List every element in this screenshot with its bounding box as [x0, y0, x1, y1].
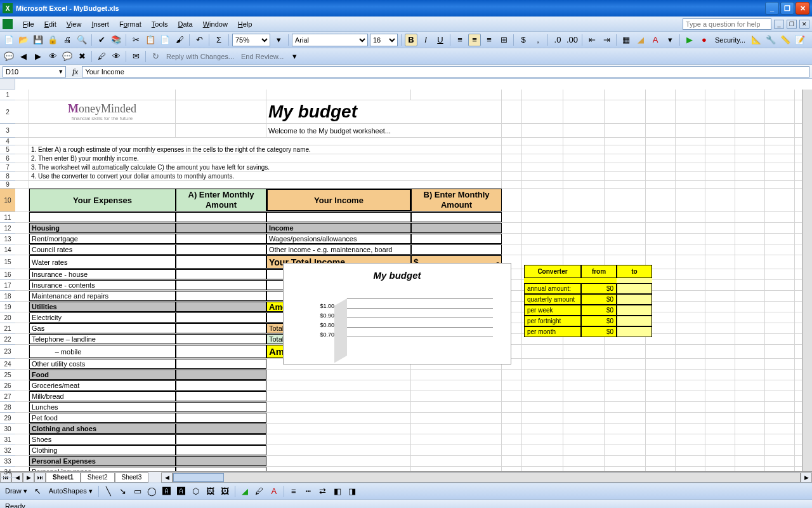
cell[interactable] — [676, 345, 705, 358]
cell-gas[interactable]: Gas — [29, 323, 176, 333]
cell[interactable] — [15, 456, 29, 466]
cell[interactable] — [735, 181, 765, 188]
cell[interactable] — [605, 413, 646, 423]
cell[interactable] — [646, 189, 676, 211]
cell[interactable] — [705, 280, 735, 290]
align-center-icon[interactable]: ≡ — [468, 34, 481, 46]
cell[interactable] — [605, 145, 646, 154]
cell[interactable] — [765, 269, 795, 279]
cell-shoes[interactable]: Shoes — [29, 434, 176, 444]
cell[interactable] — [605, 467, 646, 471]
cell[interactable] — [176, 456, 266, 466]
close-button[interactable]: ✕ — [796, 2, 809, 15]
cell[interactable] — [563, 163, 605, 171]
decrease-indent-icon[interactable]: ⇤ — [586, 34, 598, 46]
cell[interactable] — [411, 467, 502, 471]
cell[interactable] — [563, 145, 605, 154]
cell-wages[interactable]: Wages/pensions/allowances — [266, 234, 411, 244]
cell[interactable] — [676, 434, 705, 444]
cell[interactable] — [563, 380, 605, 391]
cell[interactable] — [765, 163, 795, 171]
cell[interactable] — [705, 154, 735, 163]
cell[interactable] — [522, 181, 563, 188]
conv-from-val[interactable]: $0 — [581, 283, 617, 294]
play-macro-icon[interactable]: ▶ — [683, 34, 696, 46]
cell[interactable] — [705, 189, 735, 211]
cell[interactable] — [411, 445, 502, 455]
menu-tools[interactable]: Tools — [147, 18, 173, 30]
cell[interactable] — [176, 291, 266, 301]
sheet-tab-1[interactable]: Sheet1 — [46, 472, 81, 483]
decrease-decimal-icon[interactable]: .0 — [551, 34, 564, 46]
row-header[interactable]: 32 — [0, 445, 15, 456]
cell[interactable] — [735, 345, 765, 358]
cell[interactable] — [411, 424, 502, 434]
cell-lunches[interactable]: Lunches — [29, 402, 176, 412]
cell[interactable] — [676, 424, 705, 434]
cell[interactable] — [705, 445, 735, 455]
conv-to-val[interactable] — [617, 316, 652, 326]
cell[interactable] — [605, 445, 646, 455]
format-painter-icon[interactable]: 🖌 — [173, 34, 186, 46]
cell[interactable] — [735, 145, 765, 154]
cell[interactable] — [705, 163, 735, 171]
cell[interactable] — [765, 255, 795, 269]
cell-other-income[interactable]: Other income - e.g. maintenance, board — [266, 244, 411, 255]
spelling-icon[interactable]: ✔ — [95, 34, 108, 46]
cell-instruction[interactable]: 1. Enter A) a rough estimate of your mon… — [29, 145, 502, 154]
menu-data[interactable]: Data — [173, 18, 197, 30]
currency-icon[interactable]: $ — [517, 34, 530, 46]
cell[interactable] — [676, 154, 705, 163]
cell[interactable] — [676, 312, 705, 323]
cell-maint[interactable]: Maintenance and repairs — [29, 291, 176, 301]
cell[interactable] — [705, 424, 735, 434]
cell-groceries[interactable]: Groceries/meat — [29, 380, 176, 391]
cell[interactable] — [735, 291, 765, 301]
cell[interactable] — [522, 391, 563, 401]
cell[interactable] — [15, 391, 29, 401]
toolbar-options-icon[interactable]: ▾ — [272, 34, 285, 46]
cell[interactable] — [563, 223, 605, 233]
cell[interactable] — [605, 359, 646, 369]
formula-bar[interactable]: Your Income — [82, 66, 809, 77]
cell[interactable] — [15, 145, 29, 154]
cell[interactable] — [646, 445, 676, 455]
cell-logo[interactable]: MoneyMindedfinancial skills for the futu… — [29, 100, 176, 123]
cell-ins-house[interactable]: Insurance - house — [29, 269, 176, 279]
picture-icon[interactable]: 🖼 — [219, 485, 232, 498]
menu-format[interactable]: Format — [114, 18, 147, 30]
cell[interactable] — [705, 269, 735, 279]
cell[interactable] — [502, 402, 522, 412]
conv-label[interactable]: per fortnight — [524, 316, 581, 326]
row-header[interactable]: 15 — [0, 255, 15, 269]
cell[interactable] — [765, 359, 795, 369]
cell[interactable] — [266, 467, 411, 471]
cell[interactable] — [15, 163, 29, 171]
row-header[interactable]: 29 — [0, 413, 15, 424]
cell[interactable] — [522, 138, 563, 145]
cell[interactable] — [563, 244, 605, 255]
cell[interactable] — [646, 244, 676, 255]
cell[interactable] — [176, 124, 266, 137]
select-all-button[interactable] — [0, 79, 15, 90]
cell[interactable] — [15, 244, 29, 255]
cell[interactable] — [735, 124, 765, 137]
cell[interactable] — [176, 302, 266, 312]
cell[interactable] — [646, 124, 676, 137]
cell[interactable] — [605, 212, 646, 222]
cell[interactable] — [29, 181, 502, 188]
cell[interactable] — [563, 424, 605, 434]
cell[interactable] — [605, 402, 646, 412]
send-mail-icon[interactable]: ✉ — [129, 50, 142, 63]
font-select[interactable]: Arial — [292, 34, 368, 46]
wordart-icon[interactable]: 🅰 — [175, 485, 188, 498]
header-income-selected[interactable]: Your Income — [266, 189, 411, 211]
align-left-icon[interactable]: ≡ — [454, 34, 466, 46]
cell[interactable] — [15, 413, 29, 423]
row-header[interactable]: 1 — [0, 90, 15, 100]
cell[interactable] — [646, 212, 676, 222]
record-macro-icon[interactable]: ● — [698, 34, 710, 46]
cell[interactable] — [676, 456, 705, 466]
cell[interactable] — [705, 456, 735, 466]
cell[interactable] — [646, 391, 676, 401]
